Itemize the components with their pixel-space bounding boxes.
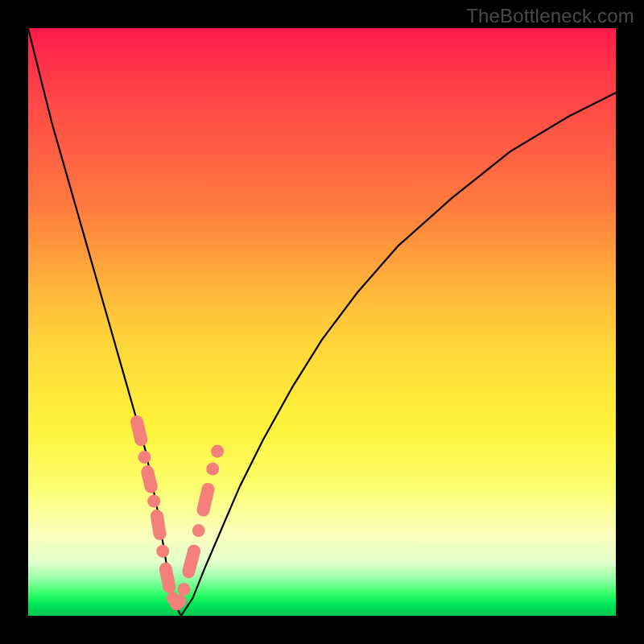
bead-dot bbox=[147, 495, 160, 508]
bead-dot bbox=[154, 527, 167, 540]
outer-frame: TheBottleneck.com bbox=[0, 0, 644, 644]
bead-dot bbox=[145, 480, 158, 493]
bead-dot bbox=[192, 524, 205, 537]
watermark-text: TheBottleneck.com bbox=[466, 5, 634, 27]
bead-dot bbox=[206, 463, 219, 476]
bead-dot bbox=[211, 445, 224, 458]
bead-dot bbox=[188, 545, 200, 558]
bead-dot bbox=[201, 483, 214, 496]
bead-dot bbox=[178, 583, 191, 596]
bead-dot bbox=[134, 433, 147, 446]
bead-dot bbox=[163, 580, 175, 593]
bead-dot bbox=[138, 451, 151, 464]
plot-area bbox=[28, 28, 616, 616]
bead-dot bbox=[173, 595, 186, 608]
bottleneck-curve bbox=[28, 28, 616, 616]
bead-dot bbox=[156, 545, 169, 558]
